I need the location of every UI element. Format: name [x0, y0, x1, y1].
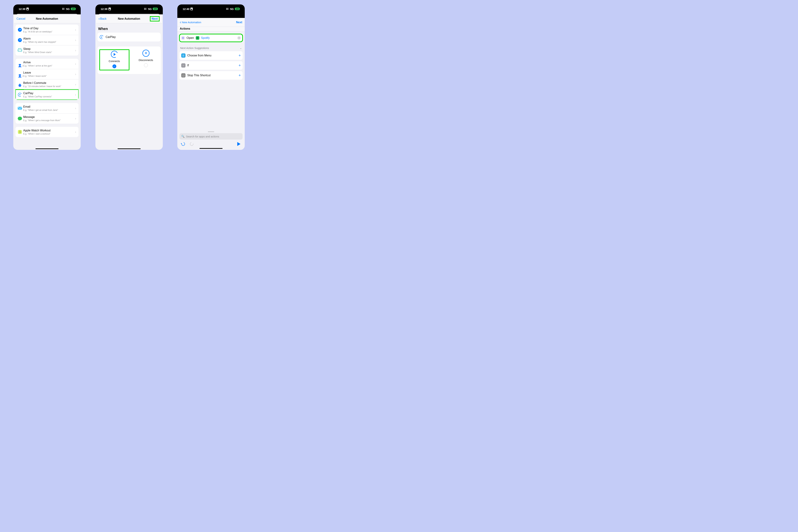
- drag-handle[interactable]: [208, 131, 214, 132]
- status-bar: 12:39 5G 100: [95, 4, 163, 13]
- stop-icon: ◻: [181, 73, 186, 77]
- trigger-name: CarPlay: [106, 36, 116, 39]
- add-icon[interactable]: +: [239, 73, 241, 78]
- selected-trigger[interactable]: CarPlay: [97, 33, 161, 41]
- carplay-icon: [99, 35, 104, 40]
- clock-time: 12:40: [183, 7, 189, 11]
- trigger-message[interactable]: Message E.g. "When I get a message from …: [15, 113, 79, 124]
- radio-unchecked-icon: [144, 63, 148, 67]
- menu-icon: ☰: [181, 53, 186, 58]
- home-indicator[interactable]: [200, 148, 223, 149]
- trigger-watch-workout[interactable]: Apple Watch Workout E.g. "When I start a…: [15, 127, 79, 137]
- trigger-carplay[interactable]: CarPlay E.g. "When CarPlay connects" ›: [15, 90, 79, 100]
- redo-icon: [189, 141, 194, 146]
- play-icon: [237, 142, 241, 146]
- phone-screen-1: 12:39 5G 100 Cancel New Automation Time …: [13, 4, 81, 150]
- suggestions-header[interactable]: Next Action Suggestions ⌄: [179, 45, 243, 51]
- nav-bar: Cancel New Automation: [14, 14, 80, 23]
- home-indicator[interactable]: [36, 148, 58, 149]
- battery-indicator: 100: [153, 7, 158, 10]
- clock-icon: [18, 28, 22, 32]
- trigger-leave[interactable]: 𓀟 Leave E.g. "When I leave work" ›: [15, 69, 79, 79]
- signal-icon: [226, 8, 229, 10]
- bed-icon: [18, 49, 22, 52]
- add-icon[interactable]: +: [239, 63, 241, 68]
- chevron-down-icon: ⌄: [240, 46, 242, 50]
- trigger-time-of-day[interactable]: Time of Day E.g. "At 8:00 am on weekdays…: [15, 25, 79, 35]
- search-input[interactable]: 🔍 Search for apps and actions: [179, 133, 243, 139]
- message-icon: [18, 117, 22, 120]
- home-indicator[interactable]: [118, 148, 140, 149]
- trigger-group-location: 𓀟 Arrive E.g. "When I arrive at the gym"…: [15, 59, 79, 100]
- battery-indicator: 100: [71, 7, 76, 10]
- triggers-list[interactable]: Time of Day E.g. "At 8:00 am on weekdays…: [13, 23, 81, 147]
- search-placeholder: Search for apps and actions: [186, 135, 219, 138]
- back-button[interactable]: ‹ Back: [99, 17, 107, 21]
- connect-icon: [110, 50, 119, 59]
- clock-time: 12:39: [19, 7, 25, 11]
- battery-indicator: 100: [235, 7, 240, 10]
- workout-icon: [18, 130, 22, 134]
- person-icon: 𓀟: [22, 75, 23, 77]
- when-heading: When: [98, 27, 160, 31]
- app-token[interactable]: Spotify: [201, 36, 210, 40]
- search-icon: 🔍: [181, 135, 185, 138]
- chevron-left-icon: ‹: [99, 17, 100, 21]
- nav-bar: ‹ New Automation Next: [177, 18, 245, 27]
- chevron-right-icon: ›: [74, 28, 77, 32]
- suggestion-choose-from-menu[interactable]: ☰ Choose from Menu +: [179, 51, 243, 60]
- trigger-email[interactable]: Email E.g. "When I get an email from Jan…: [15, 103, 79, 113]
- run-button[interactable]: [236, 142, 241, 146]
- trigger-sleep[interactable]: Sleep E.g. "When Wind Down starts" ›: [15, 45, 79, 56]
- chevron-right-icon: ›: [74, 72, 77, 76]
- mail-icon: [18, 107, 22, 110]
- chevron-right-icon: ›: [74, 83, 77, 87]
- contact-card-icon: [26, 7, 29, 10]
- chevron-left-icon: ‹: [180, 20, 181, 25]
- add-icon[interactable]: +: [239, 53, 241, 58]
- chevron-right-icon: ›: [74, 38, 77, 42]
- back-button[interactable]: ‹ New Automation: [180, 20, 201, 25]
- trigger-arrive[interactable]: 𓀟 Arrive E.g. "When I arrive at the gym"…: [15, 59, 79, 69]
- trigger-group-time: Time of Day E.g. "At 8:00 am on weekdays…: [15, 25, 79, 56]
- redo-button: [189, 142, 194, 146]
- x-circle-icon: ✕: [142, 50, 150, 57]
- nav-bar: ‹ Back New Automation Next: [96, 14, 162, 23]
- signal-icon: [144, 8, 147, 10]
- trigger-before-commute[interactable]: Before I Commute E.g. "15 minutes before…: [15, 79, 79, 90]
- when-config: When CarPlay Connects ✓ ✕ Disconnects: [95, 23, 163, 147]
- cancel-button[interactable]: Cancel: [17, 17, 25, 20]
- clock-icon: [18, 38, 22, 42]
- network-label: 5G: [230, 7, 234, 11]
- status-bar: 12:40 5G 100: [177, 4, 245, 13]
- contact-card-icon: [190, 7, 193, 10]
- next-button[interactable]: Next: [150, 16, 159, 21]
- clear-action-button[interactable]: ✕: [237, 36, 241, 40]
- radio-checked-icon: ✓: [112, 64, 116, 68]
- signal-icon: [62, 8, 65, 10]
- trigger-alarm[interactable]: Alarm E.g. "When my alarm has stopped" ›: [15, 35, 79, 45]
- undo-button[interactable]: [181, 142, 186, 146]
- suggestion-if[interactable]: ⑂ If +: [179, 61, 243, 70]
- chevron-right-icon: ›: [74, 107, 77, 110]
- chevron-right-icon: ›: [74, 93, 77, 97]
- spotify-icon: [196, 36, 199, 40]
- home-icon: [18, 73, 22, 77]
- network-label: 5G: [148, 7, 152, 11]
- trigger-group-watch: Apple Watch Workout E.g. "When I start a…: [15, 127, 79, 137]
- clock-time: 12:39: [101, 7, 108, 11]
- phone-screen-2: 12:39 5G 100 ‹ Back New Automation Next …: [95, 4, 163, 150]
- next-button[interactable]: Next: [236, 21, 242, 24]
- contact-card-icon: [109, 7, 111, 10]
- chevron-right-icon: ›: [74, 130, 77, 134]
- network-label: 5G: [66, 7, 70, 11]
- action-open-app[interactable]: Open Spotify ✕: [179, 34, 243, 42]
- editor-toolbar: [179, 139, 243, 147]
- suggestion-stop-shortcut[interactable]: ◻ Stop This Shortcut +: [179, 71, 243, 80]
- trigger-group-communication: Email E.g. "When I get an email from Jan…: [15, 103, 79, 124]
- shortcuts-icon: [181, 36, 185, 40]
- option-disconnects[interactable]: ✕ Disconnects: [131, 50, 161, 70]
- option-connects[interactable]: Connects ✓: [100, 50, 129, 70]
- page-title: Actions: [180, 27, 190, 30]
- undo-icon: [181, 141, 186, 146]
